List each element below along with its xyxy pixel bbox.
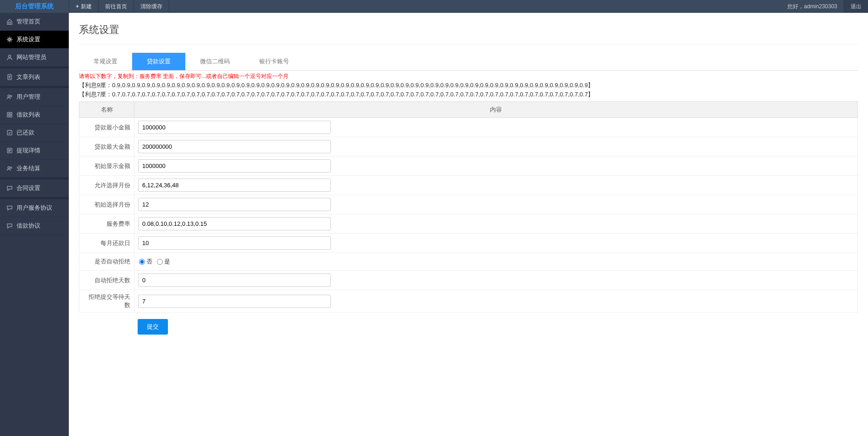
list-icon <box>6 147 13 154</box>
chat-icon <box>6 205 13 211</box>
label-init-month: 初始选择月份 <box>79 195 134 214</box>
auto-reject-no-option[interactable]: 否 <box>139 257 152 266</box>
page-title: 系统设置 <box>79 20 858 45</box>
sidebar-item-label: 网站管理员 <box>17 53 46 61</box>
sidebar-item-label: 已还款 <box>17 129 34 137</box>
sidebar-item-label: 管理首页 <box>17 17 40 26</box>
tab-loan[interactable]: 贷款设置 <box>132 53 185 70</box>
rate-hint-9: 【利息9厘：0.9,0.9,0.9,0.9,0.9,0.9,0.9,0.9,0.… <box>79 81 858 89</box>
home-icon <box>6 18 13 25</box>
max-amount-input[interactable] <box>138 140 331 153</box>
sidebar-item-label: 系统设置 <box>17 35 40 44</box>
tab-wechat[interactable]: 微信二维码 <box>185 53 245 70</box>
sidebar-item-label: 借款列表 <box>17 111 40 119</box>
label-fee-rate: 服务费率 <box>79 214 134 234</box>
label-init-amount: 初始显示金额 <box>79 157 134 176</box>
auto-reject-yes-option[interactable]: 是 <box>157 257 170 266</box>
label-auto-reject: 是否自动拒绝 <box>79 253 134 271</box>
auto-reject-no-label: 否 <box>146 257 152 266</box>
goto-home-label: 前往首页 <box>105 3 127 11</box>
svg-point-12 <box>10 167 11 168</box>
users-icon <box>6 94 13 100</box>
svg-point-0 <box>9 39 11 40</box>
new-button-label: 新建 <box>81 3 92 11</box>
svg-rect-6 <box>10 112 12 114</box>
label-repay-day: 每月还款日 <box>79 234 134 253</box>
label-max-amount: 贷款最大金额 <box>79 137 134 157</box>
label-min-amount: 贷款最小金额 <box>79 118 134 137</box>
sidebar-item-loanagree[interactable]: 借款协议 <box>0 217 69 235</box>
sidebar-item-label: 用户服务协议 <box>17 204 52 212</box>
warning-text: 请将以下数字，复制到：服务费率 里面，保存即可...或者自己编辑一个逗号对应一个… <box>79 73 858 80</box>
doc-icon <box>6 74 13 80</box>
svg-point-11 <box>8 167 10 168</box>
user-icon <box>6 54 13 61</box>
fee-rate-input[interactable] <box>138 217 331 230</box>
min-amount-input[interactable] <box>138 121 331 134</box>
gear-icon <box>6 36 13 43</box>
greeting-text: 您好，admin230303 <box>781 3 844 11</box>
goto-home-button[interactable]: 前往首页 <box>99 0 134 13</box>
sidebar-item-label: 借款协议 <box>17 222 40 230</box>
sidebar-item-loans[interactable]: 借款列表 <box>0 106 69 124</box>
label-allow-months: 允许选择月份 <box>79 176 134 195</box>
svg-rect-9 <box>7 130 12 135</box>
logout-button[interactable]: 退出 <box>844 0 868 13</box>
brand-logo: 后台管理系统 <box>0 2 69 11</box>
clear-cache-label: 清除缓存 <box>140 3 162 11</box>
logout-label: 退出 <box>851 3 862 11</box>
new-button[interactable]: + 新建 <box>69 0 99 13</box>
sidebar-item-label: 文章列表 <box>17 73 40 81</box>
svg-point-1 <box>9 55 11 57</box>
init-amount-input[interactable] <box>138 159 331 173</box>
svg-rect-7 <box>7 115 9 117</box>
sidebar-item-label: 业务结算 <box>17 164 40 173</box>
allow-months-input[interactable] <box>138 179 331 192</box>
sidebar-item-system[interactable]: 系统设置 <box>0 31 69 49</box>
svg-rect-5 <box>7 112 9 114</box>
tab-general[interactable]: 常规设置 <box>79 53 132 70</box>
label-reject-days: 自动拒绝天数 <box>79 271 134 290</box>
sidebar: 管理首页系统设置网站管理员文章列表用户管理借款列表已还款提现详情业务结算合同设置… <box>0 13 69 436</box>
auto-reject-yes-radio[interactable] <box>157 259 163 265</box>
chat-icon <box>6 223 13 229</box>
plus-icon: + <box>76 3 79 10</box>
init-month-input[interactable] <box>138 198 331 211</box>
sidebar-item-users[interactable]: 用户管理 <box>0 88 69 106</box>
users-icon <box>6 165 13 172</box>
settings-table: 名称 内容 贷款最小金额 贷款最大金额 初始显示金额 允许选择 <box>79 101 858 313</box>
auto-reject-yes-label: 是 <box>164 257 170 266</box>
sidebar-item-repaid[interactable]: 已还款 <box>0 124 69 142</box>
main-content: 系统设置 常规设置贷款设置微信二维码银行卡账号 请将以下数字，复制到：服务费率 … <box>69 13 868 436</box>
label-wait-days: 拒绝提交等待天数 <box>79 290 134 313</box>
sidebar-item-settle[interactable]: 业务结算 <box>0 160 69 178</box>
submit-button[interactable]: 提交 <box>138 319 168 335</box>
svg-point-4 <box>10 95 11 97</box>
check-icon <box>6 129 13 136</box>
sidebar-item-label: 提现详情 <box>17 146 40 155</box>
svg-point-3 <box>8 95 10 97</box>
wait-days-input[interactable] <box>138 295 331 308</box>
th-name: 名称 <box>79 102 134 118</box>
chat-icon <box>6 185 13 191</box>
sidebar-item-contract[interactable]: 合同设置 <box>0 179 69 197</box>
repay-day-input[interactable] <box>138 236 331 250</box>
svg-rect-8 <box>10 115 12 117</box>
topbar: 后台管理系统 + 新建 前往首页 清除缓存 您好，admin230303 退出 <box>0 0 868 13</box>
sidebar-item-useragree[interactable]: 用户服务协议 <box>0 199 69 217</box>
grid-icon <box>6 112 13 118</box>
sidebar-item-label: 合同设置 <box>17 184 40 192</box>
auto-reject-radio-group: 否 是 <box>138 256 854 268</box>
sidebar-item-admin[interactable]: 网站管理员 <box>0 49 69 67</box>
clear-cache-button[interactable]: 清除缓存 <box>134 0 169 13</box>
rate-hint-7: 【利息7厘：0.7,0.7,0.7,0.7,0.7,0.7,0.7,0.7,0.… <box>79 90 858 99</box>
tab-bank[interactable]: 银行卡账号 <box>245 53 304 70</box>
sidebar-item-label: 用户管理 <box>17 93 40 101</box>
tabs: 常规设置贷款设置微信二维码银行卡账号 <box>79 53 858 71</box>
auto-reject-no-radio[interactable] <box>139 259 145 265</box>
sidebar-item-withdraw[interactable]: 提现详情 <box>0 142 69 160</box>
sidebar-item-articles[interactable]: 文章列表 <box>0 68 69 86</box>
th-content: 内容 <box>134 102 858 118</box>
sidebar-item-dashboard[interactable]: 管理首页 <box>0 13 69 31</box>
reject-days-input[interactable] <box>138 274 331 287</box>
